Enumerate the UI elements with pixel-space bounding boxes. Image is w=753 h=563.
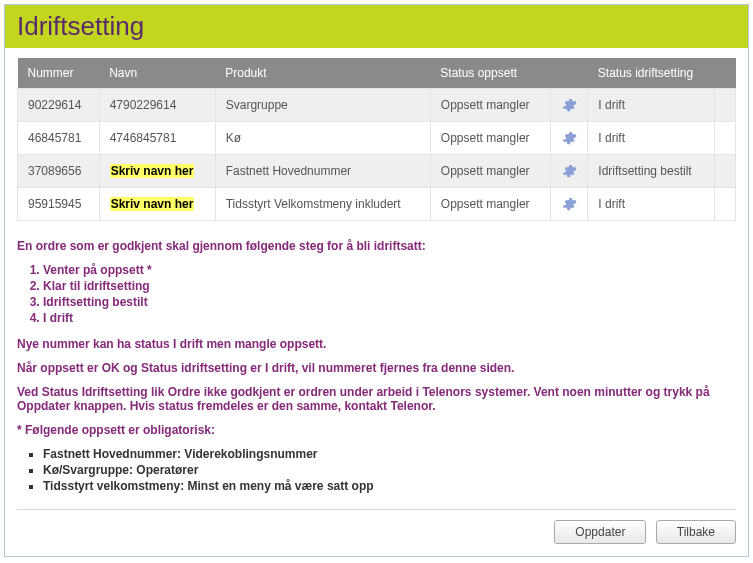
panel: Idriftsetting Nummer Navn Produkt Status…	[4, 4, 749, 557]
tilbake-button[interactable]: Tilbake	[656, 520, 736, 544]
cell-status-idriftsetting: Idriftsetting bestilt	[588, 155, 715, 188]
th-navn: Navn	[99, 58, 215, 89]
cell-trailing	[715, 122, 736, 155]
table-row: 37089656Skriv navn herFastnett Hovednumm…	[18, 155, 736, 188]
data-table: Nummer Navn Produkt Status oppsett Statu…	[17, 58, 736, 221]
info-bullets: Fastnett Hovednummer: Viderekoblingsnumm…	[17, 447, 736, 493]
cell-nummer: 95915945	[18, 188, 100, 221]
button-row: Oppdater Tilbake	[17, 509, 736, 544]
info-p2: Når oppsett er OK og Status idriftsettin…	[17, 361, 736, 375]
cell-status-idriftsetting: I drift	[588, 188, 715, 221]
info-section: En ordre som er godkjent skal gjennom fø…	[17, 239, 736, 493]
th-status-oppsett: Status oppsett	[430, 58, 550, 89]
info-intro: En ordre som er godkjent skal gjennom fø…	[17, 239, 736, 253]
info-p3: Ved Status Idriftsetting lik Ordre ikke …	[17, 385, 736, 413]
bullet-item: Kø/Svargruppe: Operatører	[43, 463, 736, 477]
cell-gear[interactable]	[551, 89, 588, 122]
cell-status-oppsett: Oppsett mangler	[430, 155, 550, 188]
cell-trailing	[715, 188, 736, 221]
step-item: Idriftsetting bestilt	[43, 295, 736, 309]
table-row: 95915945Skriv navn herTidsstyrt Velkomst…	[18, 188, 736, 221]
cell-trailing	[715, 155, 736, 188]
gear-icon[interactable]	[561, 97, 577, 113]
th-status-idriftsetting: Status idriftsetting	[588, 58, 715, 89]
cell-navn[interactable]: Skriv navn her	[99, 188, 215, 221]
cell-nummer: 37089656	[18, 155, 100, 188]
th-icon	[551, 58, 588, 89]
cell-nummer: 90229614	[18, 89, 100, 122]
cell-gear[interactable]	[551, 122, 588, 155]
gear-icon[interactable]	[561, 163, 577, 179]
info-p1: Nye nummer kan ha status I drift men man…	[17, 337, 736, 351]
cell-produkt: Tidsstyrt Velkomstmeny inkludert	[215, 188, 430, 221]
th-last	[715, 58, 736, 89]
cell-produkt: Svargruppe	[215, 89, 430, 122]
bullet-item: Fastnett Hovednummer: Viderekoblingsnumm…	[43, 447, 736, 461]
table-row: 902296144790229614SvargruppeOppsett mang…	[18, 89, 736, 122]
bullet-item: Tidsstyrt velkomstmeny: Minst en meny må…	[43, 479, 736, 493]
oppdater-button[interactable]: Oppdater	[554, 520, 646, 544]
gear-icon[interactable]	[561, 130, 577, 146]
cell-produkt: Kø	[215, 122, 430, 155]
info-p4: * Følgende oppsett er obligatorisk:	[17, 423, 736, 437]
cell-nummer: 46845781	[18, 122, 100, 155]
cell-status-oppsett: Oppsett mangler	[430, 188, 550, 221]
gear-icon[interactable]	[561, 196, 577, 212]
step-item: Venter på oppsett *	[43, 263, 736, 277]
step-item: Klar til idriftsetting	[43, 279, 736, 293]
content: Nummer Navn Produkt Status oppsett Statu…	[5, 48, 748, 556]
th-produkt: Produkt	[215, 58, 430, 89]
info-steps: Venter på oppsett *Klar til idriftsettin…	[17, 263, 736, 325]
cell-status-idriftsetting: I drift	[588, 89, 715, 122]
cell-navn: 4746845781	[99, 122, 215, 155]
table-row: 468457814746845781KøOppsett manglerI dri…	[18, 122, 736, 155]
cell-navn[interactable]: Skriv navn her	[99, 155, 215, 188]
cell-trailing	[715, 89, 736, 122]
table-header-row: Nummer Navn Produkt Status oppsett Statu…	[18, 58, 736, 89]
step-item: I drift	[43, 311, 736, 325]
cell-status-oppsett: Oppsett mangler	[430, 122, 550, 155]
cell-produkt: Fastnett Hovednummer	[215, 155, 430, 188]
th-nummer: Nummer	[18, 58, 100, 89]
cell-gear[interactable]	[551, 188, 588, 221]
cell-gear[interactable]	[551, 155, 588, 188]
page-title: Idriftsetting	[5, 5, 748, 48]
cell-status-oppsett: Oppsett mangler	[430, 89, 550, 122]
cell-status-idriftsetting: I drift	[588, 122, 715, 155]
cell-navn: 4790229614	[99, 89, 215, 122]
